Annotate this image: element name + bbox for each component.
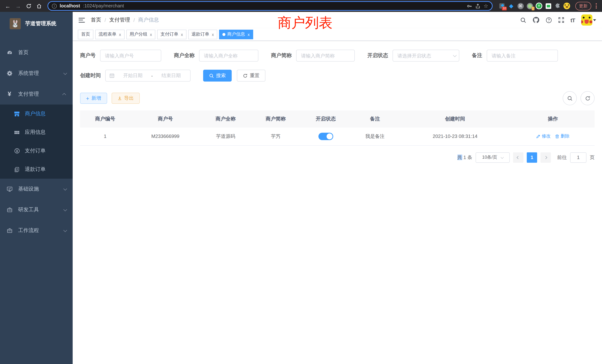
extension-cmd-icon[interactable]: ⌘ bbox=[517, 3, 524, 9]
toggle-search-button[interactable] bbox=[563, 91, 577, 105]
pay-submenu: 商户信息 应用信息 支付订单 bbox=[0, 105, 73, 179]
search-icon[interactable] bbox=[520, 17, 526, 23]
table-row: 1 M233666999 芋道源码 芋艿 我是备注 2021-10-23 08:… bbox=[80, 128, 595, 145]
caret-down-icon bbox=[593, 19, 596, 21]
prev-page-button[interactable] bbox=[513, 152, 523, 162]
short-name-input[interactable] bbox=[296, 50, 355, 62]
page-1-button[interactable]: 1 bbox=[527, 152, 537, 162]
close-icon[interactable]: x bbox=[181, 32, 183, 36]
merchant-no-input[interactable] bbox=[100, 50, 161, 62]
screen: ← → i localhost :1024/pay/merchant ☆ bbox=[0, 0, 602, 364]
create-time-label: 创建时间 bbox=[80, 72, 101, 79]
sidebar-item-workflow[interactable]: 工作流程 bbox=[0, 220, 73, 241]
status-select[interactable] bbox=[393, 50, 459, 62]
bookmark-star-icon[interactable]: ☆ bbox=[484, 3, 488, 9]
yen-icon: ¥ bbox=[6, 90, 13, 98]
sidebar-item-label: 研发工具 bbox=[18, 206, 39, 213]
sidebar-item-devtools[interactable]: 研发工具 bbox=[0, 199, 73, 220]
add-button[interactable]: + 新增 bbox=[80, 93, 107, 104]
sidebar-item-pay[interactable]: ¥ 支付管理 bbox=[0, 84, 73, 105]
sidebar-item-home[interactable]: 首页 bbox=[0, 42, 73, 63]
extension-chat-icon[interactable] bbox=[545, 3, 552, 9]
next-page-button[interactable] bbox=[540, 152, 551, 162]
page-size-select[interactable]: 10条/页 bbox=[476, 152, 510, 162]
col-merchant-no: 商户号 bbox=[130, 110, 201, 128]
site-info-icon[interactable]: i bbox=[52, 3, 57, 8]
download-icon bbox=[118, 96, 122, 100]
url-bar[interactable]: i localhost :1024/pay/merchant ☆ bbox=[47, 1, 493, 11]
sidebar-item-infra[interactable]: 基础设施 bbox=[0, 179, 73, 199]
col-merchant-id: 商户编号 bbox=[80, 110, 130, 128]
reset-button[interactable]: 重置 bbox=[237, 70, 265, 82]
sidebar-item-merchant-info[interactable]: 商户信息 bbox=[0, 105, 73, 123]
export-button[interactable]: 导出 bbox=[112, 93, 140, 104]
total-text: 共 1 条 bbox=[457, 154, 472, 161]
url-path: :1024/pay/merchant bbox=[83, 3, 124, 9]
close-icon[interactable]: x bbox=[212, 32, 214, 36]
merchant-table: 商户编号 商户号 商户全称 商户简称 开启状态 备注 创建时间 操作 1 bbox=[80, 110, 595, 146]
chevron-down-icon bbox=[63, 207, 67, 211]
sidebar-item-label: 商户信息 bbox=[25, 110, 46, 117]
full-name-input[interactable] bbox=[199, 50, 258, 62]
breadcrumb-home[interactable]: 首页 bbox=[91, 17, 101, 23]
sidebar-item-label: 首页 bbox=[18, 49, 29, 56]
browser-menu-icon[interactable] bbox=[595, 3, 598, 9]
browser-update-button[interactable]: 更新 bbox=[575, 2, 591, 10]
password-key-icon[interactable] bbox=[467, 3, 473, 9]
sidebar-item-system[interactable]: 系统管理 bbox=[0, 63, 73, 84]
tab-pay-order[interactable]: 支付订单 x bbox=[157, 30, 186, 39]
close-icon[interactable]: x bbox=[119, 32, 121, 36]
remark-input[interactable] bbox=[487, 50, 558, 62]
extension-gem-icon[interactable]: ◆ bbox=[508, 3, 515, 9]
merchant-no-label: 商户号 bbox=[80, 52, 96, 59]
date-range-picker[interactable]: 开始日期 - 结束日期 bbox=[105, 70, 191, 82]
share-icon[interactable] bbox=[475, 3, 481, 9]
user-avatar[interactable] bbox=[581, 14, 596, 26]
tab-refund-order[interactable]: 退款订单 x bbox=[188, 30, 217, 39]
extension-y-icon[interactable]: Y bbox=[536, 3, 542, 9]
extension-icon-badge[interactable]: ◆ 10 bbox=[499, 3, 505, 9]
sidebar-item-refund-order[interactable]: 退款订单 bbox=[0, 160, 73, 179]
col-full-name: 商户全称 bbox=[201, 110, 251, 128]
sidebar-item-app-info[interactable]: 应用信息 bbox=[0, 123, 73, 142]
fullscreen-icon[interactable] bbox=[558, 17, 564, 23]
chevron-down-icon bbox=[63, 71, 67, 75]
sidebar: 🐰 芋道管理系统 首页 系统管理 ¥ bbox=[0, 12, 73, 364]
close-icon[interactable]: x bbox=[150, 32, 152, 36]
extension-camera-icon[interactable]: 1 bbox=[526, 3, 533, 9]
reload-icon[interactable] bbox=[24, 2, 33, 10]
github-icon[interactable] bbox=[533, 17, 539, 23]
col-create-time: 创建时间 bbox=[399, 110, 511, 128]
close-icon[interactable]: x bbox=[248, 32, 250, 36]
sidebar-item-label: 支付订单 bbox=[25, 148, 46, 154]
tab-home[interactable]: 首页 bbox=[78, 30, 93, 39]
avatar-image bbox=[581, 14, 592, 26]
breadcrumb: 首页 / 支付管理 / 商户信息 bbox=[91, 17, 159, 23]
sidebar-item-pay-order[interactable]: 支付订单 bbox=[0, 142, 73, 160]
delete-link[interactable]: 删除 bbox=[555, 133, 570, 139]
grid-icon bbox=[14, 129, 20, 135]
home-icon[interactable] bbox=[35, 2, 43, 10]
extensions-puzzle-icon[interactable] bbox=[554, 3, 561, 9]
table-header-row: 商户编号 商户号 商户全称 商户简称 开启状态 备注 创建时间 操作 bbox=[80, 110, 595, 128]
plus-icon: + bbox=[86, 96, 89, 101]
goto-suffix: 页 bbox=[590, 154, 595, 161]
back-icon[interactable]: ← bbox=[4, 2, 12, 10]
help-icon[interactable] bbox=[546, 17, 552, 23]
edit-link[interactable]: 修改 bbox=[536, 133, 551, 139]
font-size-icon[interactable]: tT bbox=[570, 17, 575, 23]
search-button[interactable]: 搜索 bbox=[203, 70, 232, 82]
forward-icon[interactable]: → bbox=[14, 2, 22, 10]
document-icon bbox=[14, 167, 20, 172]
tab-user-group[interactable]: 用户分组 x bbox=[126, 30, 155, 39]
app-logo-row[interactable]: 🐰 芋道管理系统 bbox=[0, 12, 73, 36]
hamburger-icon[interactable] bbox=[79, 18, 85, 22]
profile-avatar-icon[interactable] bbox=[563, 3, 570, 9]
status-toggle[interactable] bbox=[318, 133, 333, 140]
col-actions: 操作 bbox=[511, 110, 595, 128]
tab-merchant-info[interactable]: 商户信息 x bbox=[219, 30, 253, 39]
tab-process-form[interactable]: 流程表单 x bbox=[95, 30, 124, 39]
refresh-button[interactable] bbox=[580, 91, 595, 105]
breadcrumb-pay[interactable]: 支付管理 bbox=[109, 17, 130, 23]
goto-page-input[interactable] bbox=[570, 152, 586, 162]
